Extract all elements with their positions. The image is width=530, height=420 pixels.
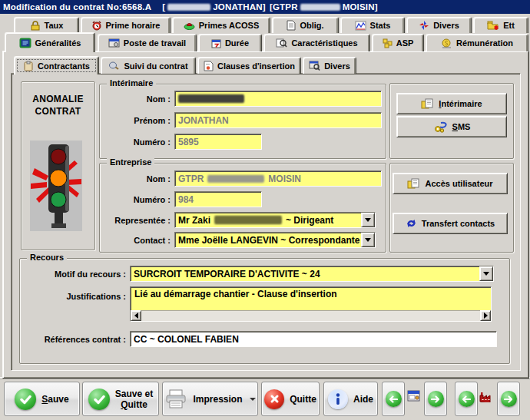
representee-label: Representée : [92,215,171,226]
prev-enterprise-button[interactable] [455,382,478,416]
money-icon [441,38,452,48]
tab-poste-de-travail[interactable]: Poste de travail [98,34,197,51]
tab-remuneration[interactable]: Rémunération [426,34,528,51]
workstation-icon [108,38,120,48]
interimaire-caption: Intérimaire [107,79,156,88]
anomaly-line2: CONTRAT [22,105,94,117]
info-icon [328,389,348,409]
line-chart-icon [355,21,366,31]
justifications-label: Justifications : [23,291,126,302]
dropdown-arrow-icon[interactable] [361,233,375,247]
anomaly-panel: ANOMALIE CONTRAT [21,81,95,250]
print-button[interactable]: Impression [162,382,258,416]
alarm-clock-icon [91,20,102,31]
chevron-down-icon[interactable] [250,398,256,401]
tab-duree[interactable]: Durée [198,34,262,51]
next-interim-button[interactable] [424,382,447,416]
redacted-text [214,216,282,224]
check-icon [15,389,36,410]
button-label: Sauve et Quitte [115,389,153,410]
button-label: Sauve [41,394,68,405]
tab-contractants[interactable]: Contractants [14,56,99,74]
dropdown-arrow-icon[interactable] [479,266,493,281]
help-button[interactable]: Aide [323,382,378,416]
dropdown-arrow-icon[interactable] [361,213,375,227]
anomaly-line1: ANOMALIE [22,93,94,105]
tab-stats[interactable]: Stats [340,17,405,33]
ent-numero-field[interactable]: 984 [174,191,262,207]
tab-prime-horaire[interactable]: Prime horaire [81,17,171,33]
pinwheel-icon [419,20,429,31]
document-icon [287,20,296,31]
sms-gear-icon [433,121,448,133]
save-and-quit-button[interactable]: Sauve et Quitte [82,382,159,416]
motif-combobox[interactable]: SURCROIT TEMPORAIRE D'ACTIVITE ~ 24 [130,266,494,282]
prev-interim-button[interactable] [382,382,405,416]
motif-label: Motif du recours : [23,269,126,279]
tab-label: Clauses d'insertion [217,61,295,71]
transfert-contacts-button[interactable]: Transfert contacts [393,213,508,234]
scroll-left-icon[interactable] [131,310,141,321]
interim-prenom-field[interactable]: JONATHAN [174,112,382,128]
tab-label: Poste de travail [124,38,186,48]
tab-divers-inner[interactable]: Divers [303,57,356,74]
tab-label: Taux [45,21,64,30]
arrow-right-icon [501,391,517,407]
redacted-text [178,94,244,103]
justifications-textarea[interactable]: Lié au démarrage chantier - Clause d'ins… [130,286,492,322]
numero-value: 5895 [178,137,199,147]
title-name2: MOISIN] [343,2,378,12]
next-enterprise-button[interactable] [497,382,520,416]
references-field[interactable]: CC ~ COLONEL FABIEN [130,331,497,347]
ent-numero-label: Numéro : [92,194,171,205]
prenom-label: Prénom : [92,115,171,126]
interimaire-button[interactable]: Intérimaire [396,93,507,114]
folder-asterisk-icon [487,20,499,31]
tab-clauses-insertion[interactable]: Clauses d'insertion [197,57,301,74]
tab-generalites[interactable]: Généralités [5,32,95,52]
save-button[interactable]: Sauve [4,382,80,416]
tab-primes-acoss[interactable]: Primes ACOSS [172,17,270,33]
acces-utilisateur-button[interactable]: Accès utilisateur [393,173,508,194]
tab-taux[interactable]: Taux [14,17,79,33]
motif-value: SURCROIT TEMPORAIRE D'ACTIVITE ~ 24 [134,269,320,279]
button-label: Aide [353,394,373,405]
insertion-doc-icon [204,61,214,71]
button-label: Intérimaire [439,99,482,108]
calendar-icon [211,38,221,48]
tab-suivi-du-contrat[interactable]: Suivi du contrat [101,57,196,74]
sms-button[interactable]: SMS [396,116,507,137]
ent-numero-value: 984 [178,194,194,205]
tab-oblig[interactable]: Oblig. [272,17,339,33]
contract-modification-window: Modification du contrat No:6568.A [JONAT… [0,0,530,420]
representee-combobox[interactable]: Mr Zaki ~ Dirigeant [174,212,376,228]
references-value: CC ~ COLONEL FABIEN [134,334,239,345]
tab-caracteristiques[interactable]: Caractéristiques [263,34,370,51]
tab-label: Généralités [35,38,81,48]
tab-label: Oblig. [300,21,323,30]
prenom-value: JONATHAN [178,115,229,126]
ent-nom-field[interactable]: GTPR MOISIN [174,170,382,187]
representee-prefix: Mr Zaki [178,215,210,226]
tab-ett[interactable]: Ett [473,17,528,33]
contact-combobox[interactable]: Mme Joëlle LANGEVIN ~ Correspondante [174,232,376,248]
tab-label: Durée [225,38,249,48]
printer-icon [164,389,187,409]
interim-numero-field[interactable]: 5895 [174,134,262,150]
redacted-text [207,175,264,183]
check-icon [88,389,110,410]
scroll-right-icon[interactable] [480,310,491,321]
horizontal-scrollbar[interactable] [131,310,491,321]
arrow-left-icon [386,391,402,407]
sync-arrows-icon [406,218,417,229]
tab-asp[interactable]: ASP [372,34,424,51]
scrollbar-track[interactable] [141,310,480,321]
tab-label: Rémunération [456,38,513,48]
tab-label: Divers [324,61,350,71]
tab-label: Caractéristiques [291,38,357,48]
quit-button[interactable]: Quitte [261,382,320,416]
tab-label: Prime horaire [106,21,161,30]
tab-divers-row1[interactable]: Divers [406,17,472,33]
interim-nom-field[interactable] [174,91,382,107]
window-title: Modification du contrat No:6568.A [3,2,151,12]
